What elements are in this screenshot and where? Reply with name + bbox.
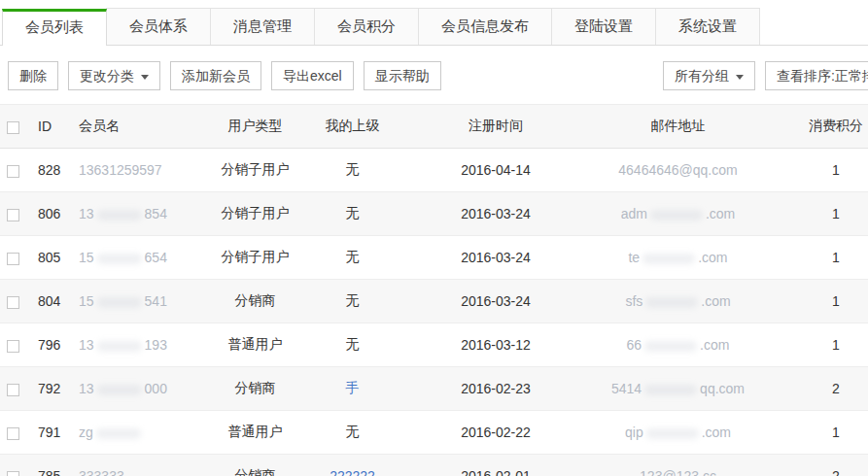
member-id: 796 (37, 323, 78, 367)
registration-date: 2016-02-23 (403, 367, 588, 411)
upline-cell: 无 (301, 149, 403, 192)
consumption-points: 1 (768, 236, 868, 280)
consumption-points: 2 (768, 455, 868, 476)
table-row: 79613193普通用户无2016-03-1266.com1 (0, 323, 868, 367)
column-header: 邮件地址 (588, 105, 768, 149)
member-username-cell: zg (78, 411, 209, 455)
table-header-row: ID会员名用户类型我的上级注册时间邮件地址消费积分 (0, 105, 868, 149)
member-id: 792 (37, 367, 78, 411)
tab-6[interactable]: 登陆设置 (551, 8, 656, 45)
column-header: ID (37, 105, 78, 149)
username-text: 13000 (79, 381, 167, 396)
consumption-points: 2 (768, 367, 868, 411)
row-checkbox[interactable] (7, 296, 19, 309)
username-text: 13854 (79, 206, 167, 221)
tab-1[interactable]: 会员列表 (2, 9, 107, 46)
show-help-button[interactable]: 显示帮助 (364, 61, 441, 90)
email-text: sfs.com (625, 293, 730, 309)
table-row: 79213000分销商手2016-02-235414qq.com2 (0, 367, 868, 411)
upline-link[interactable]: 手 (346, 380, 360, 395)
member-username-cell: 13193 (78, 323, 209, 367)
upline-cell: 无 (301, 411, 403, 455)
tab-3[interactable]: 消息管理 (210, 8, 315, 45)
upline-cell: 无 (301, 236, 403, 280)
blurred-text-region (97, 210, 142, 221)
user-type: 分销商 (209, 455, 301, 476)
row-checkbox[interactable] (7, 340, 19, 353)
email-text: 5414qq.com (611, 381, 745, 396)
change-category-button[interactable]: 更改分类 (68, 61, 160, 90)
member-id: 791 (37, 411, 78, 455)
username-text: 13193 (79, 337, 167, 353)
email-text: 123@123.cc (640, 468, 716, 476)
delete-button[interactable]: 删除 (8, 61, 58, 90)
user-type: 分销子用户 (209, 236, 301, 280)
member-id: 804 (37, 280, 78, 323)
registration-date: 2016-03-24 (403, 192, 588, 236)
column-header: 我的上级 (301, 105, 403, 149)
upline-cell: 无 (301, 280, 403, 323)
tab-5[interactable]: 会员信息发布 (418, 8, 552, 45)
dropdown-caret-icon (141, 75, 149, 80)
export-excel-button[interactable]: 导出excel (271, 61, 354, 90)
email-text: 66.com (627, 337, 730, 353)
member-id: 806 (37, 192, 78, 236)
blurred-text-region (650, 210, 703, 221)
username-text: 333333 (79, 468, 124, 476)
row-checkbox[interactable] (7, 165, 19, 178)
column-header: 会员名 (78, 105, 209, 149)
table-row: 80415541分销商无2016-03-24sfs.com1 (0, 280, 868, 323)
email-text: qip.com (625, 425, 731, 440)
row-select-cell (0, 323, 37, 367)
tab-4[interactable]: 会员积分 (314, 8, 419, 45)
add-new-member-button[interactable]: 添加新会员 (170, 61, 261, 90)
row-select-cell (0, 280, 37, 323)
upline-cell: 手 (301, 367, 403, 411)
button-label: 所有分组 (675, 68, 729, 84)
username-text: 15654 (79, 250, 167, 265)
member-username-cell: 333333 (78, 455, 209, 476)
table-body: 82813631259597分销子用户无2016-04-1446464646@q… (0, 149, 868, 476)
sort-order-button[interactable]: 查看排序:正常排序 (765, 61, 868, 90)
toolbar: 删除更改分类添加新会员导出excel显示帮助 所有分组查看排序:正常排序 (8, 61, 860, 90)
toolbar-right: 所有分组查看排序:正常排序 (663, 61, 868, 90)
email-cell: 46464646@qq.com (588, 149, 768, 192)
button-label: 删除 (19, 68, 47, 84)
email-cell: 66.com (588, 323, 768, 367)
row-select-cell (0, 236, 37, 280)
row-checkbox[interactable] (7, 384, 19, 396)
tab-7[interactable]: 系统设置 (655, 8, 760, 45)
email-text: adm.com (621, 206, 736, 221)
user-type: 分销子用户 (209, 192, 301, 236)
column-header: 消费积分 (768, 105, 868, 149)
registration-date: 2016-03-24 (403, 236, 588, 280)
row-checkbox[interactable] (7, 209, 19, 221)
row-checkbox[interactable] (7, 427, 19, 440)
blurred-text-region (97, 385, 142, 395)
row-checkbox[interactable] (7, 253, 19, 265)
button-label: 导出excel (283, 68, 342, 84)
button-label: 显示帮助 (375, 68, 430, 84)
upline-text: 无 (346, 292, 360, 308)
select-all-cell (0, 105, 37, 149)
select-all-checkbox[interactable] (7, 121, 19, 134)
blurred-text-region (97, 254, 142, 264)
table-row: 791zg普通用户无2016-02-22qip.com1 (0, 411, 868, 455)
tab-2[interactable]: 会员体系 (106, 8, 211, 45)
row-select-cell (0, 192, 37, 236)
table-row: 82813631259597分销子用户无2016-04-1446464646@q… (0, 149, 868, 192)
blurred-text-region (97, 341, 142, 352)
member-username-cell: 15654 (78, 236, 209, 280)
row-checkbox[interactable] (7, 471, 19, 476)
all-groups-button[interactable]: 所有分组 (663, 61, 755, 90)
blurred-text-region (645, 297, 698, 308)
column-header: 用户类型 (209, 105, 301, 149)
upline-link[interactable]: 222222 (330, 468, 375, 476)
toolbar-left: 删除更改分类添加新会员导出excel显示帮助 (8, 61, 451, 90)
row-select-cell (0, 149, 37, 192)
button-label: 查看排序:正常排序 (777, 68, 868, 84)
blurred-text-region (644, 385, 697, 395)
registration-date: 2016-04-14 (403, 149, 588, 192)
user-type: 分销商 (209, 367, 301, 411)
member-username-cell: 15541 (78, 280, 209, 323)
